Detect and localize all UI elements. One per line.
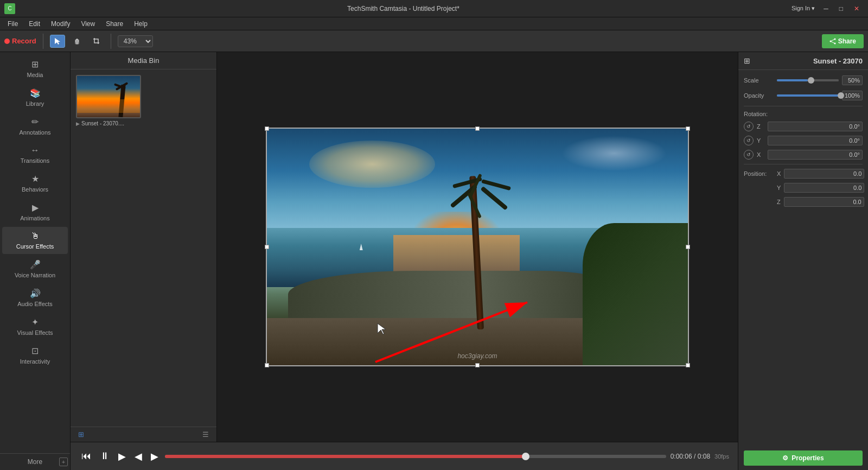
minimize-button[interactable]: ─ — [819, 3, 833, 15]
menu-view[interactable]: View — [75, 19, 100, 29]
position-y-axis: Y — [777, 185, 781, 191]
maximize-button[interactable]: □ — [835, 3, 847, 15]
position-z-value[interactable] — [784, 197, 864, 207]
fps-display: 30fps — [714, 453, 729, 460]
properties-button[interactable]: ⚙ Properties — [744, 450, 863, 466]
next-frame-button[interactable]: ▶ — [149, 448, 161, 465]
play-button[interactable]: ▶ — [116, 448, 128, 465]
list-view-button[interactable]: ☰ — [199, 429, 212, 440]
sidebar-item-audio-effects[interactable]: 🔊 Audio Effects — [2, 284, 68, 312]
sidebar-label-visual-effects: Visual Effects — [17, 329, 53, 336]
sidebar-label-cursor-effects: Cursor Effects — [16, 243, 54, 250]
canvas-handle-mr[interactable] — [686, 245, 690, 249]
position-x-row: Position: X — [744, 169, 863, 179]
toolbar: Record 43% 25% 50% 75% 100% Share — [0, 30, 868, 52]
position-y-value[interactable] — [784, 183, 864, 193]
rotation-y-value[interactable] — [768, 136, 863, 145]
zoom-select[interactable]: 43% 25% 50% 75% 100% — [118, 35, 153, 47]
cursor-effects-icon: 🖱 — [31, 231, 40, 241]
select-tool-button[interactable] — [50, 35, 65, 48]
sidebar-label-voice-narration: Voice Narration — [15, 272, 55, 278]
add-media-button[interactable]: + — [59, 458, 68, 466]
menu-modify[interactable]: Modify — [46, 19, 75, 29]
scale-slider[interactable] — [777, 79, 839, 81]
sidebar-item-behaviors[interactable]: ★ Behaviors — [2, 169, 68, 197]
progress-thumb[interactable] — [522, 453, 529, 460]
sign-in-button[interactable]: Sign In ▾ — [792, 5, 815, 12]
sidebar-label-library: Library — [26, 100, 44, 107]
canvas-handle-bm[interactable] — [475, 363, 480, 367]
properties-btn-label: Properties — [792, 454, 824, 462]
menu-help[interactable]: Help — [129, 19, 153, 29]
animations-icon: ▶ — [32, 202, 39, 213]
grid-view-button[interactable]: ⊞ — [75, 429, 87, 440]
prev-frame-button[interactable]: ◀ — [132, 448, 144, 465]
rotation-z-icon[interactable]: ↺ — [744, 122, 754, 131]
window-controls: ─ □ ✕ — [819, 3, 864, 15]
canvas-handle-bl[interactable] — [265, 363, 269, 367]
more-label: More — [28, 458, 42, 466]
media-icon: ⊞ — [31, 59, 39, 69]
canvas-background: hoc3giay.com — [267, 129, 688, 365]
sidebar-item-media[interactable]: ⊞ Media — [2, 55, 68, 82]
main-layout: ⊞ Media 📚 Library ✏ Annotations ↔ Transi… — [0, 52, 868, 470]
scale-label: Scale — [744, 77, 774, 84]
sidebar-label-media: Media — [27, 72, 43, 78]
divider-2 — [744, 164, 863, 164]
rotation-y-row: ↺ Y — [744, 136, 863, 145]
properties-icon: ⊞ — [744, 56, 750, 65]
sidebar-item-visual-effects[interactable]: ✦ Visual Effects — [2, 313, 68, 340]
canvas-handle-tr[interactable] — [686, 126, 690, 131]
progress-fill — [165, 455, 526, 458]
rewind-button[interactable]: ⏮ — [79, 448, 93, 464]
share-button[interactable]: Share — [822, 34, 864, 48]
sidebar-item-library[interactable]: 📚 Library — [2, 84, 68, 111]
sidebar-item-transitions[interactable]: ↔ Transitions — [2, 141, 68, 168]
rotation-x-axis: X — [757, 151, 764, 158]
menu-share[interactable]: Share — [100, 19, 129, 29]
canvas-handle-ml[interactable] — [265, 245, 269, 249]
canvas-area[interactable]: hoc3giay.com — [217, 52, 738, 442]
time-display: 0:00:06 / 0:08 — [671, 453, 710, 460]
sidebar-item-animations[interactable]: ▶ Animations — [2, 198, 68, 226]
canvas-handle-tm[interactable] — [475, 126, 480, 131]
rotation-z-row: ↺ Z — [744, 122, 863, 131]
crop-tool-button[interactable] — [89, 35, 104, 48]
rotation-x-value[interactable] — [768, 150, 863, 160]
divider — [744, 106, 863, 106]
titlebar: C TechSmith Camtasia - Untitled Project*… — [0, 0, 868, 17]
video-canvas: hoc3giay.com — [266, 128, 689, 366]
record-dot — [4, 39, 10, 44]
center-panel: Media Bin — [71, 52, 738, 470]
sidebar-item-voice-narration[interactable]: 🎤 Voice Narration — [2, 255, 68, 283]
rotation-y-axis: Y — [757, 137, 764, 144]
sidebar-item-interactivity[interactable]: ⊡ Interactivity — [2, 341, 68, 369]
sidebar-item-cursor-effects[interactable]: 🖱 Cursor Effects — [2, 227, 68, 254]
step-back-button[interactable]: ⏸ — [98, 448, 112, 464]
opacity-slider[interactable] — [777, 94, 839, 97]
close-button[interactable]: ✕ — [850, 3, 864, 15]
scale-row: Scale — [744, 75, 863, 85]
canvas-handle-br[interactable] — [686, 363, 690, 367]
visual-effects-icon: ✦ — [31, 317, 39, 327]
opacity-value[interactable] — [842, 91, 863, 100]
sidebar-label-audio-effects: Audio Effects — [17, 301, 53, 307]
pan-tool-button[interactable] — [69, 35, 85, 48]
menu-edit[interactable]: Edit — [23, 19, 46, 29]
rotation-z-value[interactable] — [768, 122, 863, 131]
scale-value[interactable] — [842, 75, 863, 85]
sidebar-item-annotations[interactable]: ✏ Annotations — [2, 112, 68, 140]
media-bin: Media Bin — [71, 52, 217, 442]
rotation-y-icon[interactable]: ↺ — [744, 136, 754, 145]
sidebar-label-transitions: Transitions — [21, 157, 49, 164]
progress-bar[interactable] — [165, 455, 666, 458]
playback-controls: ⏮ ⏸ ▶ ◀ ▶ 0:00:06 / 0:08 30fps — [71, 442, 738, 470]
canvas-handle-tl[interactable] — [265, 126, 269, 131]
position-x-value[interactable] — [784, 169, 864, 179]
menu-file[interactable]: File — [2, 19, 23, 29]
opacity-label: Opacity — [744, 92, 774, 99]
rotation-x-icon[interactable]: ↺ — [744, 150, 754, 160]
media-item[interactable]: ▶ Sunset - 23070.... — [76, 75, 141, 126]
record-button[interactable]: Record — [4, 37, 36, 45]
sidebar-more[interactable]: More + — [0, 453, 70, 470]
